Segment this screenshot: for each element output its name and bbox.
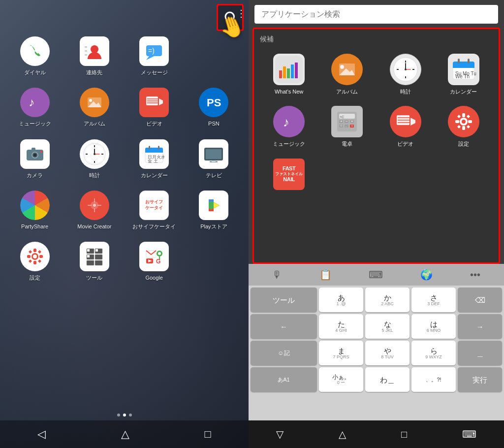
- key-ma[interactable]: ま 7 PQRS: [319, 341, 363, 365]
- language-button[interactable]: 🌍: [415, 266, 438, 284]
- key-underscore[interactable]: ＿: [458, 341, 502, 365]
- app-item-calendar-left[interactable]: 日月火水木 金 土 カレンダー: [125, 132, 184, 184]
- svg-rect-67: [38, 259, 41, 263]
- dot-1[interactable]: [117, 414, 120, 416]
- app-item-video-right[interactable]: ビデオ: [377, 103, 435, 150]
- svg-point-0: [225, 12, 234, 21]
- key-ka[interactable]: か 2 ABC: [365, 288, 410, 312]
- app-label-video-left: ビデオ: [146, 120, 162, 127]
- app-item-party[interactable]: PartyShare: [5, 184, 64, 235]
- svg-rect-5: [85, 54, 87, 56]
- app-item-calc[interactable]: +C + − × ÷ . = 電卓: [318, 103, 376, 150]
- app-item-settings-right[interactable]: 設定: [435, 103, 493, 150]
- key-ta[interactable]: た 4 GHI: [319, 314, 363, 339]
- svg-rect-103: [453, 66, 474, 68]
- app-item-movie[interactable]: Movie Creator: [64, 184, 124, 235]
- svg-rect-135: [457, 115, 461, 118]
- app-item-clock-left[interactable]: 時計: [64, 132, 124, 184]
- app-item-play[interactable]: Playストア: [184, 184, 244, 235]
- key-ra[interactable]: ら 9 WXYZ: [411, 341, 456, 365]
- app-label-whats-new: What's New: [275, 88, 303, 95]
- app-item-music-right[interactable]: ♪ ミュージック: [260, 103, 318, 150]
- app-item-tv[interactable]: テレビ: [184, 132, 244, 184]
- recents-button[interactable]: □: [196, 424, 219, 445]
- home-button[interactable]: △: [113, 424, 137, 445]
- app-item-contacts[interactable]: 連絡先: [64, 30, 124, 81]
- app-item-camera[interactable]: カメラ: [5, 132, 64, 184]
- left-panel: ⋮ 🤚 ダイヤル 連絡先: [0, 0, 249, 448]
- back-button[interactable]: ◁: [30, 424, 54, 445]
- app-item-settings-left[interactable]: 設定: [5, 235, 64, 286]
- key-backspace[interactable]: ⌫: [458, 288, 502, 312]
- app-item-album[interactable]: アルバム: [64, 81, 124, 132]
- keyboard-toolbar: 🎙 📋 ⌨ 🌍 •••: [249, 264, 504, 286]
- app-item-fastnail[interactable]: FAST ファストネイル NAIL: [260, 156, 318, 193]
- svg-rect-85: [279, 70, 282, 78]
- keyboard-row-4: あA1 小ぁ。 0 ー わ＿ 、。?! 実行: [251, 367, 502, 392]
- svg-rect-3: [85, 46, 87, 48]
- app-item-osaifu[interactable]: おサイフ ケータイ おサイフケータイ: [125, 184, 184, 235]
- app-label-music: ミュージック: [19, 120, 51, 127]
- svg-rect-138: [467, 125, 470, 128]
- svg-text:+: +: [340, 119, 343, 124]
- key-tools[interactable]: ツール: [251, 288, 317, 312]
- recents-button-right[interactable]: □: [393, 425, 415, 444]
- svg-rect-107: [468, 59, 470, 64]
- key-ha[interactable]: は 6 MNO: [411, 314, 456, 339]
- svg-text:♪: ♪: [283, 115, 289, 129]
- key-ya[interactable]: や 8 TUV: [365, 341, 410, 365]
- app-item-whats-new[interactable]: What's New: [260, 51, 318, 98]
- app-item-clock-right[interactable]: 時計: [377, 51, 435, 98]
- svg-rect-73: [95, 260, 102, 265]
- key-na[interactable]: な 5 JKL: [365, 314, 410, 339]
- app-label-osaifu: おサイフケータイ: [132, 223, 176, 230]
- home-button-right[interactable]: △: [331, 424, 354, 444]
- search-bar-area: [249, 0, 504, 28]
- key-sa[interactable]: さ 3 DEF: [411, 288, 456, 312]
- key-a[interactable]: あ 1 .@: [319, 288, 363, 312]
- app-label-calendar-left: カレンダー: [141, 172, 168, 179]
- key-right[interactable]: →: [458, 314, 502, 339]
- svg-rect-42: [206, 149, 221, 159]
- app-item-video-left[interactable]: ビデオ: [125, 81, 184, 132]
- svg-marker-54: [214, 202, 220, 208]
- keyboard-row-1: ツール あ 1 .@ か 2 ABC さ 3 DEF ⌫: [251, 288, 502, 312]
- app-item-calendar-right[interactable]: Su Mo Tu We Th カレンダー: [435, 51, 493, 98]
- key-enter[interactable]: 実行: [458, 367, 502, 392]
- app-item-album-right[interactable]: アルバム: [318, 51, 376, 98]
- svg-text:+C: +C: [340, 115, 344, 119]
- app-item-google[interactable]: G Google: [125, 235, 184, 286]
- app-item-music[interactable]: ♪ ミュージック: [5, 81, 64, 132]
- mic-button[interactable]: 🎙: [267, 266, 287, 284]
- key-left[interactable]: ←: [251, 314, 317, 339]
- keyboard-button[interactable]: ⌨: [364, 266, 388, 284]
- svg-line-1: [233, 20, 236, 24]
- clipboard-button[interactable]: 📋: [315, 266, 337, 284]
- right-panel: 候補 What's New: [249, 0, 504, 448]
- svg-rect-61: [33, 261, 36, 264]
- app-label-camera: カメラ: [27, 172, 43, 179]
- keyboard-hide-button[interactable]: ⌨: [454, 424, 484, 444]
- key-emoji[interactable]: ☺記: [251, 341, 317, 365]
- app-item-psn[interactable]: PS PSN: [184, 81, 244, 132]
- svg-rect-133: [455, 120, 459, 123]
- key-small[interactable]: 小ぁ。 0 ー: [319, 367, 363, 392]
- app-item-tools[interactable]: ツール: [64, 235, 124, 286]
- svg-rect-136: [467, 115, 470, 118]
- app-item-message[interactable]: =) メッセージ: [125, 30, 184, 81]
- more-kb-button[interactable]: •••: [465, 266, 485, 284]
- more-options-button[interactable]: ⋮: [236, 7, 246, 19]
- left-header: ⋮ 🤚: [209, 0, 249, 34]
- app-item-phone[interactable]: ダイヤル: [5, 30, 64, 81]
- search-input[interactable]: [254, 5, 498, 24]
- key-wa[interactable]: わ＿: [365, 367, 410, 392]
- key-punct[interactable]: 、。?!: [411, 367, 456, 392]
- app-label-tv: テレビ: [206, 172, 222, 179]
- svg-rect-72: [87, 260, 94, 265]
- back-button-right[interactable]: ▽: [268, 424, 291, 444]
- svg-text:We Th: We Th: [455, 74, 470, 79]
- dot-3[interactable]: [129, 414, 132, 416]
- key-input-mode[interactable]: あA1: [251, 367, 317, 392]
- svg-marker-17: [159, 98, 163, 105]
- dot-2[interactable]: [123, 414, 126, 416]
